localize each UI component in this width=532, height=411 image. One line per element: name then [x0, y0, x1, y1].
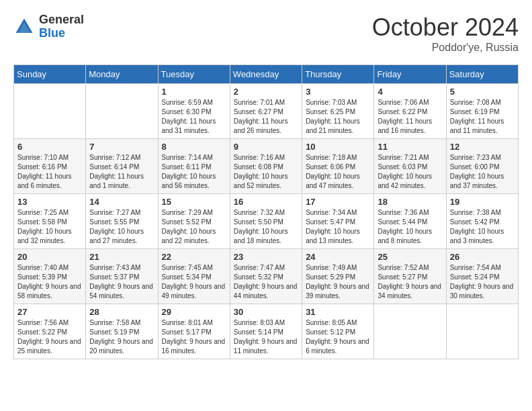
day-cell: 25Sunrise: 7:52 AM Sunset: 5:27 PM Dayli…	[374, 249, 446, 304]
day-cell: 12Sunrise: 7:23 AM Sunset: 6:00 PM Dayli…	[446, 139, 518, 194]
day-number: 2	[234, 87, 298, 97]
day-info: Sunrise: 7:12 AM Sunset: 6:14 PM Dayligh…	[89, 153, 154, 191]
day-info: Sunrise: 7:29 AM Sunset: 5:52 PM Dayligh…	[162, 208, 226, 246]
day-number: 9	[234, 142, 298, 152]
day-number: 30	[234, 307, 298, 317]
weekday-header-thursday: Thursday	[302, 65, 374, 84]
weekday-header-sunday: Sunday	[14, 65, 86, 84]
day-number: 4	[378, 87, 442, 97]
day-cell: 21Sunrise: 7:43 AM Sunset: 5:37 PM Dayli…	[86, 249, 158, 304]
day-cell: 1Sunrise: 6:59 AM Sunset: 6:30 PM Daylig…	[158, 84, 230, 139]
day-cell	[14, 84, 86, 139]
day-number: 31	[306, 307, 370, 317]
day-number: 18	[378, 197, 442, 207]
day-cell: 15Sunrise: 7:29 AM Sunset: 5:52 PM Dayli…	[158, 194, 230, 249]
day-info: Sunrise: 7:23 AM Sunset: 6:00 PM Dayligh…	[450, 153, 515, 191]
logo: General Blue	[13, 13, 84, 40]
day-info: Sunrise: 7:32 AM Sunset: 5:50 PM Dayligh…	[234, 208, 298, 246]
day-info: Sunrise: 8:03 AM Sunset: 5:14 PM Dayligh…	[234, 318, 298, 356]
day-cell: 27Sunrise: 7:56 AM Sunset: 5:22 PM Dayli…	[14, 304, 86, 359]
day-info: Sunrise: 7:25 AM Sunset: 5:58 PM Dayligh…	[17, 208, 82, 246]
weekday-header-tuesday: Tuesday	[158, 65, 230, 84]
day-cell: 29Sunrise: 8:01 AM Sunset: 5:17 PM Dayli…	[158, 304, 230, 359]
day-number: 25	[378, 252, 442, 262]
day-info: Sunrise: 8:05 AM Sunset: 5:12 PM Dayligh…	[306, 318, 370, 356]
day-cell: 10Sunrise: 7:18 AM Sunset: 6:06 PM Dayli…	[302, 139, 374, 194]
calendar: SundayMondayTuesdayWednesdayThursdayFrid…	[13, 64, 519, 359]
logo-blue: Blue	[39, 27, 84, 40]
page-header: General Blue October 2024 Poddor'ye, Rus…	[13, 13, 519, 54]
day-info: Sunrise: 7:03 AM Sunset: 6:25 PM Dayligh…	[306, 98, 370, 136]
day-info: Sunrise: 7:27 AM Sunset: 5:55 PM Dayligh…	[89, 208, 154, 246]
day-cell: 3Sunrise: 7:03 AM Sunset: 6:25 PM Daylig…	[302, 84, 374, 139]
weekday-header-row: SundayMondayTuesdayWednesdayThursdayFrid…	[14, 65, 519, 84]
day-info: Sunrise: 7:43 AM Sunset: 5:37 PM Dayligh…	[89, 263, 154, 301]
day-cell: 4Sunrise: 7:06 AM Sunset: 6:22 PM Daylig…	[374, 84, 446, 139]
day-info: Sunrise: 7:54 AM Sunset: 5:24 PM Dayligh…	[450, 263, 515, 301]
day-info: Sunrise: 7:47 AM Sunset: 5:32 PM Dayligh…	[234, 263, 298, 301]
day-cell: 9Sunrise: 7:16 AM Sunset: 6:08 PM Daylig…	[230, 139, 302, 194]
day-cell: 30Sunrise: 8:03 AM Sunset: 5:14 PM Dayli…	[230, 304, 302, 359]
day-cell: 23Sunrise: 7:47 AM Sunset: 5:32 PM Dayli…	[230, 249, 302, 304]
day-info: Sunrise: 7:56 AM Sunset: 5:22 PM Dayligh…	[17, 318, 82, 356]
day-cell	[374, 304, 446, 359]
day-number: 22	[162, 252, 226, 262]
day-info: Sunrise: 7:38 AM Sunset: 5:42 PM Dayligh…	[450, 208, 515, 246]
day-info: Sunrise: 7:06 AM Sunset: 6:22 PM Dayligh…	[378, 98, 442, 136]
day-cell: 28Sunrise: 7:58 AM Sunset: 5:19 PM Dayli…	[86, 304, 158, 359]
day-info: Sunrise: 7:21 AM Sunset: 6:03 PM Dayligh…	[378, 153, 442, 191]
day-info: Sunrise: 7:18 AM Sunset: 6:06 PM Dayligh…	[306, 153, 370, 191]
day-number: 1	[162, 87, 226, 97]
day-info: Sunrise: 7:14 AM Sunset: 6:11 PM Dayligh…	[162, 153, 226, 191]
weekday-header-monday: Monday	[86, 65, 158, 84]
day-number: 7	[89, 142, 154, 152]
week-row-2: 6Sunrise: 7:10 AM Sunset: 6:16 PM Daylig…	[14, 139, 519, 194]
weekday-header-friday: Friday	[374, 65, 446, 84]
day-info: Sunrise: 7:58 AM Sunset: 5:19 PM Dayligh…	[89, 318, 154, 356]
day-number: 26	[450, 252, 515, 262]
day-number: 5	[450, 87, 515, 97]
day-cell: 7Sunrise: 7:12 AM Sunset: 6:14 PM Daylig…	[86, 139, 158, 194]
day-info: Sunrise: 7:36 AM Sunset: 5:44 PM Dayligh…	[378, 208, 442, 246]
day-cell: 26Sunrise: 7:54 AM Sunset: 5:24 PM Dayli…	[446, 249, 518, 304]
day-number: 28	[89, 307, 154, 317]
day-cell: 13Sunrise: 7:25 AM Sunset: 5:58 PM Dayli…	[14, 194, 86, 249]
logo-general: General	[39, 13, 84, 27]
day-number: 12	[450, 142, 515, 152]
day-number: 8	[162, 142, 226, 152]
logo-icon	[13, 16, 35, 38]
day-number: 3	[306, 87, 370, 97]
week-row-4: 20Sunrise: 7:40 AM Sunset: 5:39 PM Dayli…	[14, 249, 519, 304]
day-number: 16	[234, 197, 298, 207]
day-number: 11	[378, 142, 442, 152]
day-number: 19	[450, 197, 515, 207]
day-cell: 24Sunrise: 7:49 AM Sunset: 5:29 PM Dayli…	[302, 249, 374, 304]
day-cell: 16Sunrise: 7:32 AM Sunset: 5:50 PM Dayli…	[230, 194, 302, 249]
logo-text: General Blue	[39, 13, 84, 40]
day-cell: 18Sunrise: 7:36 AM Sunset: 5:44 PM Dayli…	[374, 194, 446, 249]
day-number: 10	[306, 142, 370, 152]
day-info: Sunrise: 7:01 AM Sunset: 6:27 PM Dayligh…	[234, 98, 298, 136]
month-title: October 2024	[372, 13, 519, 42]
day-number: 13	[17, 197, 82, 207]
day-info: Sunrise: 7:08 AM Sunset: 6:19 PM Dayligh…	[450, 98, 515, 136]
day-info: Sunrise: 7:49 AM Sunset: 5:29 PM Dayligh…	[306, 263, 370, 301]
day-cell: 6Sunrise: 7:10 AM Sunset: 6:16 PM Daylig…	[14, 139, 86, 194]
day-cell: 17Sunrise: 7:34 AM Sunset: 5:47 PM Dayli…	[302, 194, 374, 249]
day-number: 23	[234, 252, 298, 262]
day-number: 15	[162, 197, 226, 207]
day-cell: 19Sunrise: 7:38 AM Sunset: 5:42 PM Dayli…	[446, 194, 518, 249]
day-info: Sunrise: 6:59 AM Sunset: 6:30 PM Dayligh…	[162, 98, 226, 136]
weekday-header-wednesday: Wednesday	[230, 65, 302, 84]
day-number: 27	[17, 307, 82, 317]
day-cell: 14Sunrise: 7:27 AM Sunset: 5:55 PM Dayli…	[86, 194, 158, 249]
day-info: Sunrise: 7:10 AM Sunset: 6:16 PM Dayligh…	[17, 153, 82, 191]
day-info: Sunrise: 7:40 AM Sunset: 5:39 PM Dayligh…	[17, 263, 82, 301]
day-cell: 20Sunrise: 7:40 AM Sunset: 5:39 PM Dayli…	[14, 249, 86, 304]
day-cell: 22Sunrise: 7:45 AM Sunset: 5:34 PM Dayli…	[158, 249, 230, 304]
location-title: Poddor'ye, Russia	[372, 42, 519, 54]
day-number: 24	[306, 252, 370, 262]
day-number: 17	[306, 197, 370, 207]
week-row-1: 1Sunrise: 6:59 AM Sunset: 6:30 PM Daylig…	[14, 84, 519, 139]
day-cell: 5Sunrise: 7:08 AM Sunset: 6:19 PM Daylig…	[446, 84, 518, 139]
